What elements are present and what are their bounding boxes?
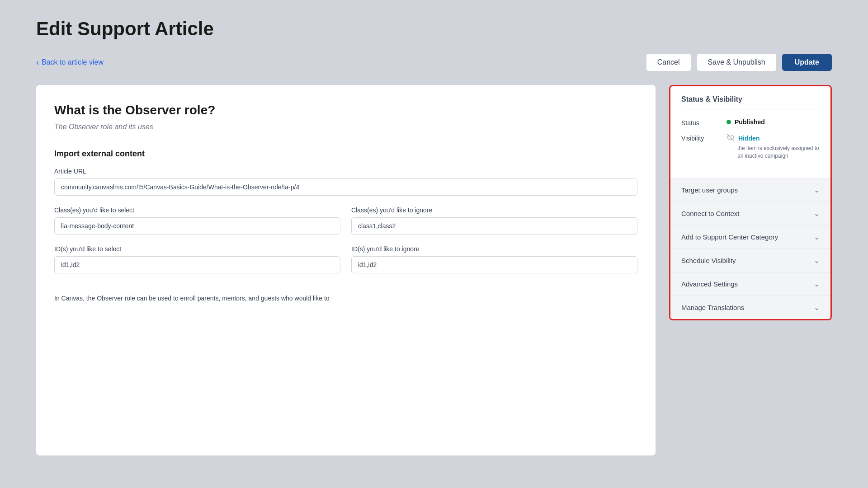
id-ignore-input[interactable]: [351, 256, 637, 273]
class-ignore-group: Class(es) you'd like to ignore: [351, 206, 637, 235]
accordion-label-1: Connect to Context: [681, 210, 739, 217]
article-url-label: Article URL: [54, 168, 637, 175]
status-visibility-panel: Status & Visibility Status Published Vis…: [670, 86, 830, 178]
class-row: Class(es) you'd like to select Class(es)…: [54, 206, 637, 245]
accordion-label-4: Advanced Settings: [681, 280, 738, 288]
article-url-input[interactable]: [54, 178, 637, 196]
accordion-label-3: Schedule Visibility: [681, 257, 736, 264]
status-published-dot: [726, 120, 731, 124]
accordion-item-5[interactable]: Manage Translations ⌄: [670, 296, 830, 319]
visibility-row: Visibility Hidden: [681, 134, 820, 160]
chevron-left-icon: ‹: [36, 58, 39, 67]
status-value: Published: [726, 118, 765, 126]
status-label: Status: [681, 118, 726, 127]
article-title: What is the Observer role?: [54, 103, 637, 117]
top-bar: ‹ Back to article view Cancel Save & Unp…: [36, 53, 832, 71]
id-select-input[interactable]: [54, 256, 340, 273]
chevron-down-icon-2: ⌄: [814, 233, 820, 241]
content-area: What is the Observer role? The Observer …: [36, 85, 656, 455]
accordion-list: Target user groups ⌄ Connect to Context …: [670, 178, 830, 319]
class-ignore-label: Class(es) you'd like to ignore: [351, 206, 637, 214]
class-ignore-input[interactable]: [351, 217, 637, 235]
chevron-down-icon-4: ⌄: [814, 280, 820, 288]
accordion-item-2[interactable]: Add to Support Center Category ⌄: [670, 225, 830, 249]
back-link-text: Back to article view: [42, 58, 104, 66]
visibility-value: Hidden the item is exclusively assigned …: [726, 134, 820, 160]
page-title: Edit Support Article: [36, 18, 832, 40]
visibility-description: the item is exclusively assigned to an i…: [726, 145, 820, 160]
accordion-item-4[interactable]: Advanced Settings ⌄: [670, 272, 830, 296]
visibility-label: Visibility: [681, 134, 726, 142]
cancel-button[interactable]: Cancel: [646, 53, 691, 71]
chevron-down-icon-1: ⌄: [814, 209, 820, 218]
id-select-label: ID(s) you'd like to select: [54, 245, 340, 253]
accordion-item-0[interactable]: Target user groups ⌄: [670, 178, 830, 202]
update-button[interactable]: Update: [782, 54, 832, 71]
id-row: ID(s) you'd like to select ID(s) you'd l…: [54, 245, 637, 284]
class-select-input[interactable]: [54, 217, 340, 235]
top-buttons: Cancel Save & Unpublish Update: [646, 53, 832, 71]
accordion-item-1[interactable]: Connect to Context ⌄: [670, 202, 830, 225]
class-select-group: Class(es) you'd like to select: [54, 206, 340, 235]
sidebar: Status & Visibility Status Published Vis…: [669, 85, 832, 320]
main-layout: What is the Observer role? The Observer …: [36, 85, 832, 455]
chevron-down-icon-5: ⌄: [814, 303, 820, 312]
class-select-label: Class(es) you'd like to select: [54, 206, 340, 214]
status-visibility-heading: Status & Visibility: [681, 95, 820, 109]
import-section-title: Import external content: [54, 149, 637, 159]
id-select-group: ID(s) you'd like to select: [54, 245, 340, 273]
article-url-group: Article URL: [54, 168, 637, 196]
accordion-label-2: Add to Support Center Category: [681, 233, 778, 241]
back-link[interactable]: ‹ Back to article view: [36, 58, 104, 67]
status-published-text: Published: [735, 118, 765, 126]
chevron-down-icon-3: ⌄: [814, 256, 820, 265]
save-unpublish-button[interactable]: Save & Unpublish: [697, 53, 777, 71]
article-subtitle: The Observer role and its uses: [54, 123, 637, 131]
status-row: Status Published: [681, 118, 820, 127]
visibility-top: Hidden: [726, 134, 820, 143]
article-text-preview: In Canvas, the Observer role can be used…: [54, 293, 637, 303]
accordion-label-5: Manage Translations: [681, 304, 744, 311]
accordion-label-0: Target user groups: [681, 186, 738, 194]
id-ignore-group: ID(s) you'd like to ignore: [351, 245, 637, 273]
page-wrapper: Edit Support Article ‹ Back to article v…: [0, 0, 868, 488]
accordion-item-3[interactable]: Schedule Visibility ⌄: [670, 249, 830, 272]
eye-slash-icon: [726, 134, 735, 143]
visibility-hidden-text: Hidden: [738, 135, 760, 142]
chevron-down-icon-0: ⌄: [814, 186, 820, 194]
id-ignore-label: ID(s) you'd like to ignore: [351, 245, 637, 253]
